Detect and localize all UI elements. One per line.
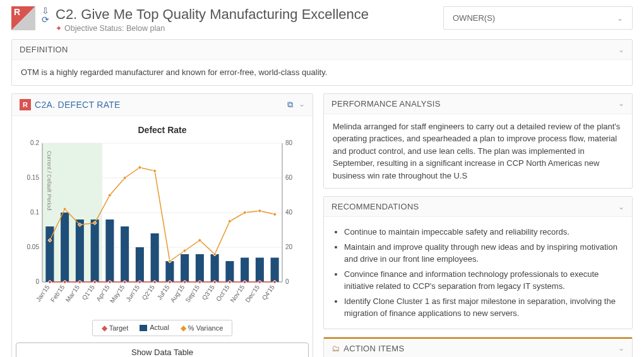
svg-text:0: 0 [285, 278, 289, 285]
svg-marker-64 [228, 219, 232, 223]
objective-status-label: ✦ Objective Status: Below plan [56, 24, 431, 33]
chevron-down-icon: ⌄ [618, 99, 624, 108]
svg-text:0.2: 0.2 [30, 139, 39, 146]
chart-name: C2A. DEFECT RATE [35, 100, 121, 110]
svg-text:Q1'15: Q1'15 [81, 283, 96, 301]
svg-text:Jun'15: Jun'15 [124, 283, 141, 303]
svg-text:0.15: 0.15 [27, 174, 40, 181]
svg-rect-29 [181, 254, 189, 282]
chevron-down-icon: ⌄ [618, 45, 624, 54]
chart-header: R C2A. DEFECT RATE ⧉ ⌄ [12, 94, 313, 116]
svg-text:May'15: May'15 [109, 283, 126, 304]
definition-header[interactable]: DEFINITION ⌄ [12, 40, 632, 60]
svg-rect-30 [196, 254, 204, 282]
chart-panel: R C2A. DEFECT RATE ⧉ ⌄ Defect Rate Curre… [11, 93, 313, 358]
svg-text:Nov'15: Nov'15 [229, 283, 246, 303]
svg-rect-21 [61, 213, 69, 282]
chevron-down-icon: ⌄ [618, 202, 624, 211]
svg-text:Jul'15: Jul'15 [156, 283, 171, 301]
chevron-down-icon: ⌄ [617, 14, 623, 23]
svg-text:60: 60 [285, 174, 293, 181]
svg-marker-66 [258, 209, 261, 213]
svg-rect-23 [91, 219, 99, 282]
briefcase-icon: 🗂 [331, 344, 340, 353]
svg-rect-35 [271, 257, 279, 282]
svg-rect-32 [225, 261, 234, 282]
performance-analysis-panel: PERFORMANCE ANALYSIS ⌄ Melinda arranged … [323, 93, 633, 189]
svg-text:Jan'15: Jan'15 [35, 283, 51, 303]
status-marker-icon: ✦ [56, 24, 62, 33]
recommendation-item: Maintain and improve quality through new… [344, 241, 623, 266]
svg-marker-67 [273, 212, 277, 216]
owners-dropdown[interactable]: OWNER(S) ⌄ [443, 6, 633, 30]
svg-rect-34 [256, 257, 264, 282]
svg-text:20: 20 [285, 243, 293, 250]
page-title: C2. Give Me Top Quality Manufacturing Ex… [56, 6, 431, 23]
action-items-panel: 🗂 ACTION ITEMS ⌄ [323, 337, 633, 358]
definition-body: OTM is a highly regarded manufacturer an… [12, 60, 632, 85]
trend-arrows-icon: ⇩⟳ [42, 6, 49, 33]
svg-marker-65 [243, 211, 247, 214]
svg-text:Q3'15: Q3'15 [201, 283, 216, 301]
svg-text:Current / Default Period: Current / Default Period [46, 151, 52, 211]
svg-text:Q2'15: Q2'15 [141, 283, 156, 301]
objective-status-tile: R [11, 6, 35, 30]
svg-rect-26 [136, 247, 144, 282]
defect-rate-chart: Current / Default Period00.050.10.150.20… [17, 139, 307, 316]
svg-marker-59 [153, 169, 157, 173]
chart-title: Defect Rate [16, 124, 309, 137]
chart-status-badge: R [20, 99, 31, 110]
svg-rect-28 [165, 261, 174, 282]
svg-rect-33 [241, 257, 249, 282]
svg-text:Mar'15: Mar'15 [64, 283, 81, 303]
svg-text:0: 0 [35, 278, 39, 285]
svg-text:Feb'15: Feb'15 [49, 283, 66, 303]
recommendations-panel: RECOMMENDATIONS ⌄ Continue to maintain i… [323, 196, 633, 329]
recommendation-item: Convince finance and information technol… [344, 268, 623, 293]
chevron-down-icon[interactable]: ⌄ [299, 100, 305, 110]
recommendation-item: Continue to maintain impeccable safety a… [344, 226, 623, 238]
svg-rect-25 [121, 226, 129, 282]
svg-text:Sep'15: Sep'15 [184, 283, 201, 303]
recommendation-item: Identify Clone Cluster 1 as first major … [344, 295, 623, 320]
svg-rect-22 [76, 219, 84, 282]
svg-text:Aug'15: Aug'15 [169, 283, 186, 303]
svg-text:0.1: 0.1 [30, 209, 39, 216]
chevron-down-icon: ⌄ [618, 344, 624, 353]
chart-legend: ◆Target Actual ◆% Variance [92, 320, 233, 336]
show-data-table-button[interactable]: Show Data Table [16, 342, 309, 358]
svg-rect-31 [211, 254, 219, 282]
svg-rect-27 [151, 233, 159, 282]
definition-panel: DEFINITION ⌄ OTM is a highly regarded ma… [11, 39, 633, 86]
recommendations-header[interactable]: RECOMMENDATIONS ⌄ [324, 197, 632, 217]
svg-text:80: 80 [285, 139, 293, 146]
performance-analysis-header[interactable]: PERFORMANCE ANALYSIS ⌄ [324, 94, 632, 114]
svg-text:Dec'15: Dec'15 [244, 283, 261, 303]
svg-text:Q4'15: Q4'15 [261, 283, 276, 301]
svg-text:0.05: 0.05 [27, 243, 40, 250]
svg-rect-24 [105, 219, 114, 282]
svg-text:40: 40 [285, 209, 293, 216]
recommendations-body: Continue to maintain impeccable safety a… [324, 217, 632, 329]
performance-analysis-body: Melinda arranged for staff engineers to … [324, 114, 632, 189]
popout-icon[interactable]: ⧉ [287, 100, 293, 110]
action-items-header[interactable]: 🗂 ACTION ITEMS ⌄ [324, 339, 632, 358]
